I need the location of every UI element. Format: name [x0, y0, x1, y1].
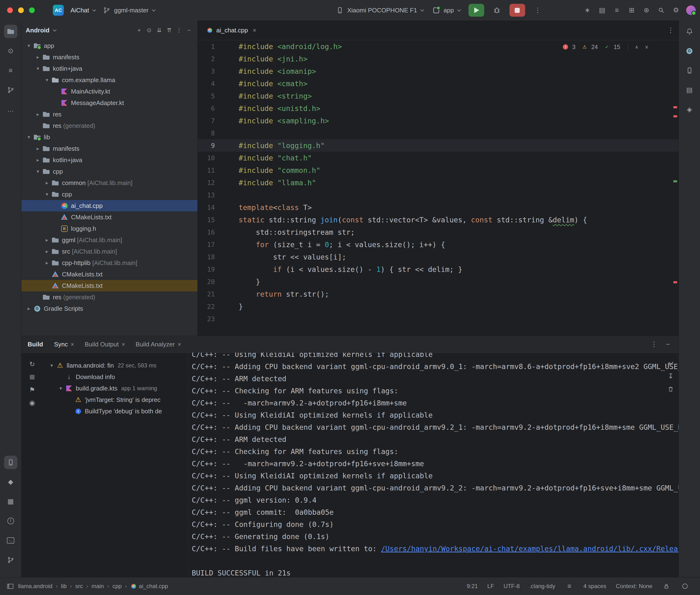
rerun-sync-icon[interactable]: ↻ [28, 360, 37, 369]
tree-item[interactable]: BuildType 'debug' is both de [43, 405, 188, 417]
code-line[interactable]: 22} [198, 300, 678, 313]
breadcrumb-item[interactable]: src [75, 583, 83, 590]
chevron-right-icon[interactable]: ▸ [43, 237, 51, 243]
close-tab-icon[interactable]: × [253, 27, 256, 34]
editor-options-kebab-icon[interactable]: ⋮ [666, 26, 675, 35]
app-inspection-tool-button[interactable]: ◆ [4, 475, 18, 488]
assistant-tool-button[interactable]: ◈ [683, 103, 696, 116]
chevron-right-icon[interactable]: ▸ [43, 249, 51, 254]
options-kebab-icon[interactable]: ⋮ [175, 26, 183, 34]
device-selector[interactable]: Xiaomi POCOPHONE F1 [335, 6, 423, 15]
line-number[interactable]: 12 [198, 179, 215, 187]
code-line[interactable]: 10#include "chat.h" [198, 152, 678, 164]
line-number[interactable]: 8 [198, 130, 215, 137]
change-stripe-mark[interactable] [673, 180, 677, 182]
chevron-right-icon[interactable]: ▸ [43, 180, 51, 186]
code-line[interactable]: 18 str << values[i]; [198, 251, 678, 263]
line-number[interactable]: 11 [198, 167, 215, 174]
add-icon[interactable]: + [135, 26, 143, 34]
chevron-right-icon[interactable]: ▸ [43, 260, 51, 266]
line-number[interactable]: 18 [198, 253, 215, 261]
code-line[interactable]: 16 std::ostringstream str; [198, 226, 678, 238]
minimize-panel-icon[interactable]: − [663, 340, 672, 349]
line-number[interactable]: 9 [198, 142, 215, 149]
search-icon[interactable] [657, 6, 666, 15]
project-view-selector[interactable]: Android [26, 27, 56, 34]
code-line[interactable]: 9#include "logging.h" [198, 139, 678, 152]
breadcrumb-item[interactable]: lib [61, 583, 67, 590]
code-line[interactable]: 13 [198, 189, 678, 201]
version-control-tool-button[interactable] [4, 553, 18, 567]
scroll-to-end-icon[interactable]: ↧ [666, 372, 675, 381]
code-line[interactable]: 19 if (i < values.size() - 1) { str << d… [198, 263, 678, 276]
debug-button[interactable] [492, 6, 501, 15]
line-number[interactable]: 1 [198, 43, 215, 50]
build-console[interactable]: C/C++: -- Using KleidiAI optimized kerne… [188, 352, 678, 577]
chevron-down-icon[interactable]: ▾ [25, 134, 33, 140]
line-number[interactable]: 20 [198, 278, 215, 285]
tree-item[interactable]: ai_chat.cpp [22, 200, 197, 211]
chevron-down-icon[interactable]: ▾ [57, 386, 65, 391]
code-line[interactable]: 21 return str.str(); [198, 288, 678, 300]
expand-all-icon[interactable]: ⇊ [155, 26, 163, 34]
structure-tool-button[interactable]: ≡ [4, 64, 18, 77]
code-line[interactable]: 6#include <unistd.h> [198, 102, 678, 115]
chevron-down-icon[interactable]: ▾ [25, 43, 33, 49]
profiler-icon[interactable]: ▤ [597, 6, 607, 15]
close-tab-icon[interactable]: × [71, 341, 74, 348]
line-number[interactable]: 21 [198, 290, 215, 298]
close-tab-icon[interactable]: × [178, 341, 181, 348]
terminal-tool-button[interactable] [4, 534, 18, 547]
line-number[interactable]: 17 [198, 241, 215, 248]
line-number[interactable]: 7 [198, 117, 215, 124]
tree-item[interactable]: logging.h [22, 223, 197, 234]
inspection-widget[interactable]: 3 ⚠ 24 ✓ 15 ∧ ∨ [562, 43, 650, 51]
structure-icon[interactable]: ≡ [612, 6, 621, 15]
tree-item[interactable]: CMakeLists.txt [22, 280, 197, 291]
error-stripe-mark[interactable] [673, 281, 677, 283]
editor-tab-ai-chat-cpp[interactable]: ai_chat.cpp × [201, 21, 261, 40]
settings-gear-icon[interactable]: ⚙ [671, 6, 680, 15]
indent-widget[interactable]: 4 spaces [579, 583, 611, 590]
tree-item[interactable]: ⚠'jvmTarget: String' is deprec [43, 394, 188, 405]
run-button[interactable] [469, 4, 484, 17]
code-line[interactable]: 4#include <cmath> [198, 77, 678, 90]
tree-item[interactable]: ▾⚠llama.android: fin22 sec, 583 ms [43, 360, 188, 371]
running-devices-tool-button[interactable] [4, 456, 18, 469]
code-line[interactable]: 5#include <string> [198, 90, 678, 102]
breadcrumb-item[interactable]: main [91, 583, 104, 590]
tree-item[interactable]: ▸cpp-httplib [AiChat.lib.main] [22, 257, 197, 268]
breadcrumb-item[interactable]: cpp [112, 583, 122, 590]
line-number[interactable]: 15 [198, 216, 215, 224]
error-stripe-mark[interactable] [673, 106, 677, 108]
project-selector[interactable]: AiChat [71, 7, 95, 14]
tree-item[interactable]: ▸kotlin+java [22, 154, 197, 166]
project-tool-button[interactable] [4, 25, 18, 38]
hide-panel-icon[interactable]: − [185, 26, 193, 34]
minimize-window-button[interactable] [18, 7, 24, 13]
line-number[interactable]: 6 [198, 105, 215, 112]
context-widget[interactable]: Context: None [611, 583, 657, 590]
tree-item[interactable]: ▸manifests [22, 51, 197, 63]
tree-item[interactable]: CMakeLists.txt [22, 268, 197, 280]
code-line[interactable]: 8 [198, 127, 678, 139]
chevron-down-icon[interactable]: ▾ [34, 169, 42, 174]
chevron-down-icon[interactable]: ▾ [48, 363, 56, 368]
code-line[interactable]: 20 } [198, 276, 678, 288]
clear-console-icon[interactable] [666, 385, 675, 394]
next-problem-icon[interactable]: ∨ [643, 44, 650, 50]
indent-config-icon[interactable]: ≡ [560, 582, 579, 591]
filter-icon[interactable]: ◉ [28, 398, 37, 407]
breadcrumb-item[interactable]: llama.android [18, 583, 52, 590]
tree-item[interactable]: ▸src [AiChat.lib.main] [22, 246, 197, 257]
line-number[interactable]: 22 [198, 303, 215, 310]
line-number[interactable]: 10 [198, 154, 215, 162]
code-line[interactable]: 14template<class T> [198, 201, 678, 214]
gradle-tool-button[interactable] [683, 44, 696, 58]
close-window-button[interactable] [7, 7, 13, 13]
device-manager-tool-button[interactable] [683, 64, 696, 77]
soft-wrap-icon[interactable]: ↩ [666, 359, 675, 368]
tree-item[interactable]: MessageAdapter.kt [22, 97, 197, 109]
problems-tool-button[interactable] [4, 514, 18, 528]
pin-icon[interactable]: ⚑ [28, 386, 37, 395]
